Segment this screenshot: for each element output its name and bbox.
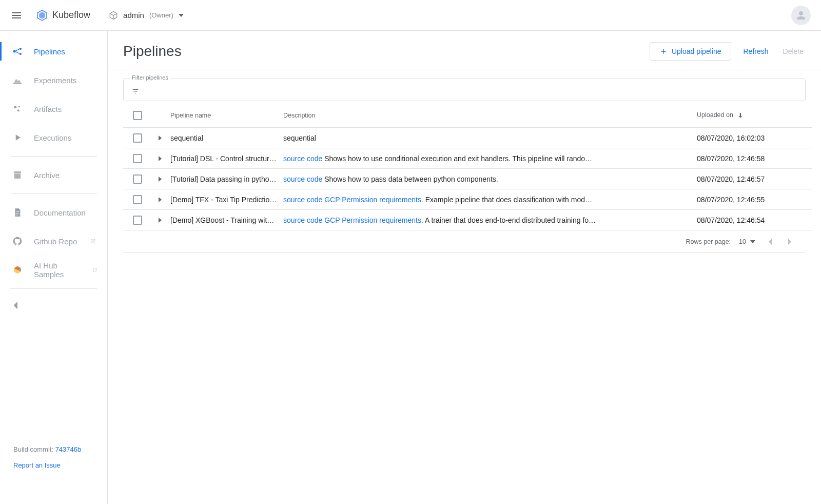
chevron-right-icon [159, 156, 162, 161]
delete-button[interactable]: Delete [781, 43, 806, 60]
chevron-right-icon [159, 135, 162, 141]
pipelines-table: Pipeline name Description Uploaded on se… [123, 103, 812, 230]
sidebar-item-documentation[interactable]: Documentation [0, 198, 107, 227]
sidebar-label: Github Repo [34, 237, 77, 246]
source-code-link[interactable]: source code [283, 154, 322, 163]
pipeline-name[interactable]: [Tutorial] Data passing in pytho… [170, 175, 283, 183]
pipeline-description: source code GCP Permission requirements.… [283, 196, 697, 204]
select-all-checkbox[interactable] [133, 111, 142, 120]
svg-point-7 [17, 109, 19, 111]
table-row: [Tutorial] DSL - Control structur… sourc… [123, 148, 812, 169]
expand-row-button[interactable] [150, 177, 170, 182]
pipeline-date: 08/07/2020, 12:46:54 [697, 216, 810, 224]
document-icon [12, 207, 23, 218]
dropdown-caret-icon [179, 14, 184, 17]
pipeline-name[interactable]: [Tutorial] DSL - Control structur… [170, 154, 283, 163]
table-row: sequential sequential 08/07/2020, 16:02:… [123, 128, 812, 148]
svg-point-4 [19, 53, 22, 55]
sidebar: Pipelines Experiments Artifacts Executio… [0, 31, 108, 504]
namespace-selector[interactable]: admin (Owner) [109, 11, 184, 20]
namespace-role: (Owner) [149, 11, 173, 19]
row-checkbox[interactable] [133, 175, 142, 184]
build-hash-link[interactable]: 743746b [55, 445, 82, 453]
aihub-icon [12, 265, 23, 275]
collapse-sidebar-button[interactable] [0, 293, 107, 318]
content-area: Filter pipelines Pipeline name Descripti… [108, 70, 821, 253]
sidebar-item-github[interactable]: Github Repo [0, 227, 107, 256]
sidebar-footer: Build commit: 743746b Report an Issue [0, 441, 107, 504]
namespace-user: admin [123, 11, 144, 20]
expand-row-button[interactable] [150, 156, 170, 161]
filter-input[interactable] [146, 87, 798, 95]
chevron-left-icon [12, 301, 17, 309]
archive-icon [12, 170, 23, 180]
sidebar-label: Executions [34, 133, 71, 142]
row-checkbox[interactable] [133, 133, 142, 143]
header-description[interactable]: Description [283, 112, 697, 119]
artifacts-icon [12, 104, 23, 114]
user-avatar[interactable] [791, 6, 811, 25]
external-link-icon [93, 267, 97, 273]
row-checkbox[interactable] [133, 154, 142, 163]
sidebar-item-aihub[interactable]: AI Hub Samples [0, 256, 107, 284]
sidebar-label: AI Hub Samples [34, 261, 80, 279]
source-code-link[interactable]: source code [283, 175, 322, 183]
executions-icon [12, 132, 23, 143]
sidebar-item-artifacts[interactable]: Artifacts [0, 94, 107, 123]
svg-point-3 [19, 48, 22, 50]
sidebar-item-executions[interactable]: Executions [0, 123, 107, 152]
expand-row-button[interactable] [150, 218, 170, 223]
experiments-icon [12, 75, 23, 85]
sidebar-item-experiments[interactable]: Experiments [0, 66, 107, 94]
row-checkbox[interactable] [133, 195, 142, 204]
pipeline-name[interactable]: [Demo] TFX - Taxi Tip Predictio… [170, 196, 283, 204]
sidebar-item-archive[interactable]: Archive [0, 161, 107, 189]
expand-row-button[interactable] [150, 197, 170, 202]
rows-per-page-select[interactable]: 10 [739, 238, 755, 245]
pipeline-date: 08/07/2020, 16:02:03 [697, 134, 810, 142]
nav-separator [10, 156, 97, 157]
github-icon [12, 236, 23, 246]
pipeline-name[interactable]: sequential [170, 134, 283, 142]
svg-point-6 [18, 106, 20, 107]
chevron-right-icon [788, 239, 792, 245]
nav-separator [10, 288, 97, 289]
sidebar-item-pipelines[interactable]: Pipelines [0, 37, 107, 66]
chevron-left-icon [768, 239, 772, 245]
prev-page-button[interactable] [764, 236, 776, 248]
refresh-button[interactable]: Refresh [741, 43, 771, 60]
svg-marker-1 [40, 12, 45, 18]
pipeline-name[interactable]: [Demo] XGBoost - Training wit… [170, 216, 283, 224]
upload-pipeline-button[interactable]: Upload pipeline [650, 42, 731, 61]
kubeflow-icon [36, 9, 48, 22]
table-header-row: Pipeline name Description Uploaded on [123, 103, 812, 128]
brand-logo[interactable]: Kubeflow [36, 9, 90, 22]
header-uploaded[interactable]: Uploaded on [697, 111, 810, 119]
hamburger-menu-button[interactable] [10, 9, 23, 22]
header-name[interactable]: Pipeline name [170, 112, 283, 119]
sidebar-label: Pipelines [34, 47, 65, 56]
pipeline-description: sequential [283, 134, 697, 142]
report-issue-link[interactable]: Report an Issue [13, 461, 61, 469]
expand-row-button[interactable] [150, 135, 170, 141]
brand-name: Kubeflow [52, 10, 90, 21]
top-bar: Kubeflow admin (Owner) [0, 0, 821, 31]
sidebar-label: Archive [34, 171, 60, 180]
namespace-icon [109, 11, 118, 20]
source-code-link[interactable]: source code GCP Permission requirements. [283, 216, 423, 224]
sidebar-label: Experiments [34, 76, 76, 85]
table-row: [Demo] XGBoost - Training wit… source co… [123, 210, 812, 230]
next-page-button[interactable] [784, 236, 796, 248]
pipeline-date: 08/07/2020, 12:46:58 [697, 154, 810, 163]
user-icon [795, 9, 807, 22]
source-code-link[interactable]: source code GCP Permission requirements. [283, 196, 423, 204]
row-checkbox[interactable] [133, 216, 142, 225]
external-link-icon [90, 239, 95, 244]
page-actions: Upload pipeline Refresh Delete [650, 42, 806, 61]
sort-desc-icon [737, 112, 744, 119]
page-title: Pipelines [123, 43, 182, 60]
filter-pipelines-field[interactable]: Filter pipelines [123, 79, 806, 101]
pipeline-date: 08/07/2020, 12:46:55 [697, 196, 810, 204]
filter-icon [131, 88, 140, 95]
plus-icon [659, 47, 668, 55]
